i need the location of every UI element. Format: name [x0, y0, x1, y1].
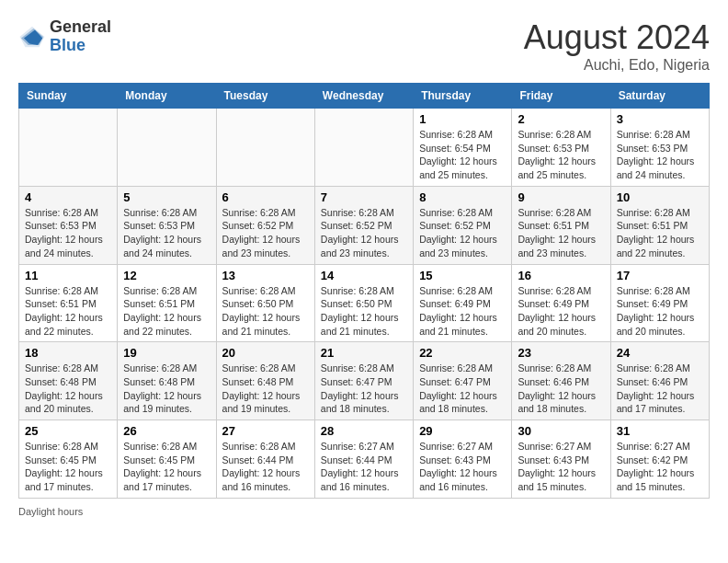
day-info: Sunrise: 6:27 AM Sunset: 6:43 PM Dayligh… — [518, 440, 604, 494]
page-header: General Blue August 2024 Auchi, Edo, Nig… — [18, 18, 710, 74]
calendar-cell: 2Sunrise: 6:28 AM Sunset: 6:53 PM Daylig… — [512, 109, 610, 187]
day-number: 26 — [123, 424, 210, 438]
calendar-cell: 6Sunrise: 6:28 AM Sunset: 6:52 PM Daylig… — [216, 186, 314, 264]
day-info: Sunrise: 6:28 AM Sunset: 6:53 PM Dayligh… — [617, 128, 703, 182]
calendar: SundayMondayTuesdayWednesdayThursdayFrid… — [18, 83, 710, 499]
day-number: 18 — [25, 346, 111, 360]
day-number: 23 — [518, 346, 604, 360]
day-of-week-header: Saturday — [610, 84, 709, 109]
calendar-cell: 17Sunrise: 6:28 AM Sunset: 6:49 PM Dayli… — [610, 264, 709, 342]
day-number: 29 — [419, 424, 506, 438]
title-block: August 2024 Auchi, Edo, Nigeria — [524, 18, 710, 74]
day-info: Sunrise: 6:28 AM Sunset: 6:46 PM Dayligh… — [617, 362, 703, 416]
day-info: Sunrise: 6:28 AM Sunset: 6:49 PM Dayligh… — [419, 284, 506, 339]
day-info: Sunrise: 6:28 AM Sunset: 6:48 PM Dayligh… — [25, 362, 111, 416]
daylight-label: Daylight hours — [18, 506, 83, 517]
logo: General Blue — [18, 18, 111, 55]
day-info: Sunrise: 6:27 AM Sunset: 6:42 PM Dayligh… — [617, 440, 703, 494]
day-number: 21 — [321, 346, 407, 360]
day-number: 10 — [617, 190, 703, 204]
location: Auchi, Edo, Nigeria — [524, 57, 710, 74]
day-of-week-header: Wednesday — [314, 84, 413, 109]
logo-text: General Blue — [50, 18, 111, 55]
calendar-week-row: 18Sunrise: 6:28 AM Sunset: 6:48 PM Dayli… — [19, 342, 710, 420]
calendar-cell — [314, 109, 413, 187]
day-number: 22 — [419, 346, 506, 360]
calendar-cell — [216, 109, 314, 187]
calendar-week-row: 1Sunrise: 6:28 AM Sunset: 6:54 PM Daylig… — [19, 109, 710, 187]
day-info: Sunrise: 6:28 AM Sunset: 6:47 PM Dayligh… — [321, 362, 407, 416]
calendar-cell: 4Sunrise: 6:28 AM Sunset: 6:53 PM Daylig… — [19, 186, 118, 264]
calendar-cell: 23Sunrise: 6:28 AM Sunset: 6:46 PM Dayli… — [512, 342, 610, 420]
calendar-cell: 5Sunrise: 6:28 AM Sunset: 6:53 PM Daylig… — [118, 186, 216, 264]
day-number: 31 — [617, 424, 703, 438]
calendar-cell: 3Sunrise: 6:28 AM Sunset: 6:53 PM Daylig… — [610, 109, 709, 187]
calendar-cell: 16Sunrise: 6:28 AM Sunset: 6:49 PM Dayli… — [512, 264, 610, 342]
day-info: Sunrise: 6:28 AM Sunset: 6:52 PM Dayligh… — [321, 206, 407, 260]
day-number: 13 — [222, 269, 309, 282]
day-info: Sunrise: 6:28 AM Sunset: 6:53 PM Dayligh… — [518, 128, 604, 182]
calendar-cell: 19Sunrise: 6:28 AM Sunset: 6:48 PM Dayli… — [118, 342, 216, 420]
calendar-header-row: SundayMondayTuesdayWednesdayThursdayFrid… — [19, 84, 710, 109]
calendar-week-row: 4Sunrise: 6:28 AM Sunset: 6:53 PM Daylig… — [19, 186, 710, 264]
day-info: Sunrise: 6:28 AM Sunset: 6:49 PM Dayligh… — [617, 284, 703, 339]
day-number: 11 — [25, 269, 111, 282]
day-number: 24 — [617, 346, 703, 360]
day-number: 6 — [222, 190, 309, 204]
day-info: Sunrise: 6:28 AM Sunset: 6:44 PM Dayligh… — [222, 440, 309, 494]
calendar-cell: 13Sunrise: 6:28 AM Sunset: 6:50 PM Dayli… — [216, 264, 314, 342]
day-number: 5 — [123, 190, 210, 204]
day-number: 1 — [419, 112, 506, 126]
calendar-cell: 20Sunrise: 6:28 AM Sunset: 6:48 PM Dayli… — [216, 342, 314, 420]
calendar-cell: 9Sunrise: 6:28 AM Sunset: 6:51 PM Daylig… — [512, 186, 610, 264]
day-number: 4 — [25, 190, 111, 204]
calendar-cell: 22Sunrise: 6:28 AM Sunset: 6:47 PM Dayli… — [414, 342, 512, 420]
calendar-cell: 24Sunrise: 6:28 AM Sunset: 6:46 PM Dayli… — [610, 342, 709, 420]
day-number: 30 — [518, 424, 604, 438]
calendar-cell: 12Sunrise: 6:28 AM Sunset: 6:51 PM Dayli… — [118, 264, 216, 342]
day-number: 9 — [518, 190, 604, 204]
day-info: Sunrise: 6:28 AM Sunset: 6:52 PM Dayligh… — [419, 206, 506, 260]
day-number: 16 — [518, 269, 604, 282]
day-info: Sunrise: 6:28 AM Sunset: 6:50 PM Dayligh… — [321, 284, 407, 339]
day-info: Sunrise: 6:28 AM Sunset: 6:45 PM Dayligh… — [25, 440, 111, 494]
calendar-cell: 1Sunrise: 6:28 AM Sunset: 6:54 PM Daylig… — [414, 109, 512, 187]
day-number: 8 — [419, 190, 506, 204]
calendar-cell: 15Sunrise: 6:28 AM Sunset: 6:49 PM Dayli… — [414, 264, 512, 342]
day-number: 25 — [25, 424, 111, 438]
calendar-cell: 8Sunrise: 6:28 AM Sunset: 6:52 PM Daylig… — [414, 186, 512, 264]
day-of-week-header: Monday — [118, 84, 216, 109]
day-info: Sunrise: 6:28 AM Sunset: 6:48 PM Dayligh… — [123, 362, 210, 416]
day-number: 12 — [123, 269, 210, 282]
calendar-cell: 11Sunrise: 6:28 AM Sunset: 6:51 PM Dayli… — [19, 264, 118, 342]
day-info: Sunrise: 6:28 AM Sunset: 6:53 PM Dayligh… — [123, 206, 210, 260]
day-info: Sunrise: 6:28 AM Sunset: 6:51 PM Dayligh… — [518, 206, 604, 260]
day-number: 7 — [321, 190, 407, 204]
day-number: 28 — [321, 424, 407, 438]
day-info: Sunrise: 6:28 AM Sunset: 6:48 PM Dayligh… — [222, 362, 309, 416]
day-info: Sunrise: 6:28 AM Sunset: 6:45 PM Dayligh… — [123, 440, 210, 494]
day-info: Sunrise: 6:28 AM Sunset: 6:46 PM Dayligh… — [518, 362, 604, 416]
calendar-cell: 18Sunrise: 6:28 AM Sunset: 6:48 PM Dayli… — [19, 342, 118, 420]
day-info: Sunrise: 6:28 AM Sunset: 6:51 PM Dayligh… — [617, 206, 703, 260]
day-of-week-header: Friday — [512, 84, 610, 109]
logo-icon — [18, 23, 46, 51]
day-info: Sunrise: 6:28 AM Sunset: 6:49 PM Dayligh… — [518, 284, 604, 339]
logo-general: General — [50, 17, 111, 36]
day-number: 17 — [617, 269, 703, 282]
calendar-cell: 10Sunrise: 6:28 AM Sunset: 6:51 PM Dayli… — [610, 186, 709, 264]
day-number: 15 — [419, 269, 506, 282]
calendar-cell: 25Sunrise: 6:28 AM Sunset: 6:45 PM Dayli… — [19, 420, 118, 499]
day-info: Sunrise: 6:28 AM Sunset: 6:53 PM Dayligh… — [25, 206, 111, 260]
day-info: Sunrise: 6:28 AM Sunset: 6:52 PM Dayligh… — [222, 206, 309, 260]
calendar-cell: 30Sunrise: 6:27 AM Sunset: 6:43 PM Dayli… — [512, 420, 610, 499]
calendar-cell: 31Sunrise: 6:27 AM Sunset: 6:42 PM Dayli… — [610, 420, 709, 499]
calendar-cell: 29Sunrise: 6:27 AM Sunset: 6:43 PM Dayli… — [414, 420, 512, 499]
calendar-week-row: 25Sunrise: 6:28 AM Sunset: 6:45 PM Dayli… — [19, 420, 710, 499]
day-info: Sunrise: 6:27 AM Sunset: 6:43 PM Dayligh… — [419, 440, 506, 494]
day-number: 2 — [518, 112, 604, 126]
calendar-cell: 26Sunrise: 6:28 AM Sunset: 6:45 PM Dayli… — [118, 420, 216, 499]
day-number: 20 — [222, 346, 309, 360]
day-of-week-header: Sunday — [19, 84, 118, 109]
day-info: Sunrise: 6:28 AM Sunset: 6:51 PM Dayligh… — [123, 284, 210, 339]
